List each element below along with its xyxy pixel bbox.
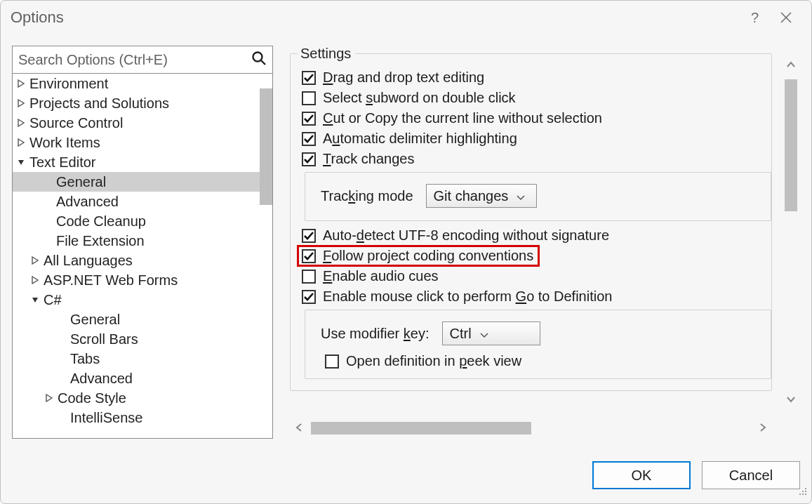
svg-marker-21	[46, 394, 52, 402]
scroll-right-icon[interactable]	[754, 421, 772, 436]
help-button[interactable]: ?	[740, 2, 771, 33]
tree-item[interactable]: Advanced	[13, 369, 272, 388]
tree-scrollbar-thumb[interactable]	[260, 88, 272, 205]
auto-delim-label: Automatic delimiter highlighting	[323, 131, 517, 147]
tree-item-label: IntelliSense	[70, 410, 142, 426]
caret-down-icon	[17, 158, 25, 166]
svg-rect-28	[805, 493, 806, 495]
resize-grip-icon[interactable]	[798, 484, 808, 500]
peek-checkbox[interactable]	[325, 354, 339, 369]
scroll-up-icon[interactable]	[782, 57, 800, 72]
caret-right-icon	[17, 99, 25, 107]
tree-item-label: Code Style	[58, 390, 126, 406]
track-changes-checkbox[interactable]	[302, 152, 316, 166]
tree-item[interactable]: IntelliSense	[13, 408, 272, 427]
scroll-down-icon[interactable]	[782, 392, 800, 407]
svg-rect-24	[802, 491, 804, 492]
modifier-key-combo[interactable]: Ctrl	[442, 321, 540, 345]
tree-item-label: File Extension	[56, 233, 145, 249]
drag-drop-label: Drag and drop text editing	[323, 69, 484, 86]
tree-item[interactable]: Code Style	[13, 388, 272, 408]
tree-item[interactable]: Code Cleanup	[13, 211, 272, 231]
cut-copy-label: Cut or Copy the current line without sel…	[323, 110, 602, 126]
tree-item[interactable]: Environment	[13, 74, 272, 93]
subword-row[interactable]: Select subword on double click	[298, 88, 771, 108]
options-dialog: Options ? EnvironmentProjects and Soluti…	[0, 0, 812, 504]
tree-item[interactable]: Source Control	[13, 113, 272, 133]
tree-item[interactable]: General	[13, 310, 272, 329]
conventions-checkbox[interactable]	[302, 249, 316, 263]
svg-rect-25	[805, 491, 806, 492]
tree-item[interactable]: Work Items	[13, 133, 272, 152]
tree-item-label: Source Control	[29, 115, 123, 131]
tree-item-label: Advanced	[56, 194, 119, 210]
audio-label: Enable audio cues	[323, 268, 439, 284]
audio-row[interactable]: Enable audio cues	[298, 266, 771, 286]
cut-copy-row[interactable]: Cut or Copy the current line without sel…	[298, 108, 771, 128]
caret-right-icon	[17, 138, 25, 147]
vertical-scrollbar[interactable]	[782, 57, 800, 407]
subword-checkbox[interactable]	[302, 91, 316, 105]
peek-row[interactable]: Open definition in peek view	[312, 351, 771, 371]
caret-right-icon	[31, 256, 39, 265]
tree-item-label: General	[70, 312, 120, 328]
svg-marker-7	[18, 119, 24, 126]
auto-delim-row[interactable]: Automatic delimiter highlighting	[298, 128, 771, 149]
caret-right-icon	[17, 79, 25, 88]
goto-row[interactable]: Enable mouse click to perform Go to Defi…	[298, 286, 771, 307]
caret-right-icon	[31, 276, 39, 284]
conventions-row[interactable]: Follow project coding conventions	[298, 246, 539, 266]
tree-item-label: Scroll Bars	[70, 331, 138, 347]
svg-marker-5	[18, 80, 24, 87]
svg-point-3	[253, 52, 262, 61]
window-title: Options	[11, 8, 64, 27]
horizontal-scrollbar[interactable]	[290, 418, 772, 439]
titlebar: Options ?	[1, 1, 811, 34]
horizontal-scrollbar-thumb[interactable]	[311, 422, 531, 435]
tracking-mode-value: Git changes	[434, 188, 509, 204]
svg-rect-23	[805, 488, 806, 489]
tracking-group: Tracking mode Git changes	[305, 172, 771, 221]
caret-down-icon	[31, 296, 39, 304]
ok-button[interactable]: OK	[592, 461, 691, 489]
tree-item[interactable]: Text Editor	[13, 152, 272, 172]
scroll-left-icon[interactable]	[290, 421, 308, 436]
tree-item[interactable]: C#	[13, 290, 272, 310]
tree-item-label: Environment	[29, 76, 108, 92]
subword-label: Select subword on double click	[323, 90, 516, 106]
tree-item[interactable]: General	[13, 172, 272, 192]
goto-checkbox[interactable]	[302, 290, 316, 304]
track-changes-row[interactable]: Track changes	[298, 149, 771, 169]
drag-drop-checkbox[interactable]	[302, 71, 316, 85]
options-tree[interactable]: EnvironmentProjects and SolutionsSource …	[12, 74, 273, 439]
close-button[interactable]	[771, 2, 801, 33]
tracking-mode-combo[interactable]: Git changes	[426, 184, 537, 208]
svg-rect-27	[802, 493, 804, 495]
utf8-checkbox[interactable]	[302, 229, 316, 243]
audio-checkbox[interactable]	[302, 270, 316, 284]
svg-marker-9	[18, 160, 24, 165]
tree-item[interactable]: Advanced	[13, 192, 272, 211]
search-input[interactable]	[17, 51, 251, 69]
tree-item-label: Work Items	[29, 135, 100, 151]
drag-drop-row[interactable]: Drag and drop text editing	[298, 67, 771, 88]
auto-delim-checkbox[interactable]	[302, 132, 316, 146]
tree-item[interactable]: File Extension	[13, 231, 272, 251]
utf8-row[interactable]: Auto-detect UTF-8 encoding without signa…	[298, 225, 771, 246]
settings-group: Settings Drag and drop text editing Sele…	[290, 46, 772, 391]
tree-item[interactable]: Tabs	[13, 349, 272, 369]
svg-rect-26	[799, 493, 801, 495]
tree-item[interactable]: ASP.NET Web Forms	[13, 270, 272, 290]
search-box[interactable]	[12, 46, 273, 74]
svg-line-4	[261, 60, 265, 65]
tree-item[interactable]: Scroll Bars	[13, 329, 272, 349]
tree-item-label: Advanced	[70, 371, 133, 387]
tree-item-label: All Languages	[44, 253, 133, 269]
cut-copy-checkbox[interactable]	[302, 112, 316, 126]
tree-item[interactable]: All Languages	[13, 251, 272, 270]
cancel-button[interactable]: Cancel	[702, 461, 800, 489]
settings-legend: Settings	[298, 46, 355, 62]
tree-item[interactable]: Projects and Solutions	[13, 93, 272, 113]
conventions-label: Follow project coding conventions	[323, 248, 533, 264]
vertical-scrollbar-thumb[interactable]	[785, 79, 797, 211]
